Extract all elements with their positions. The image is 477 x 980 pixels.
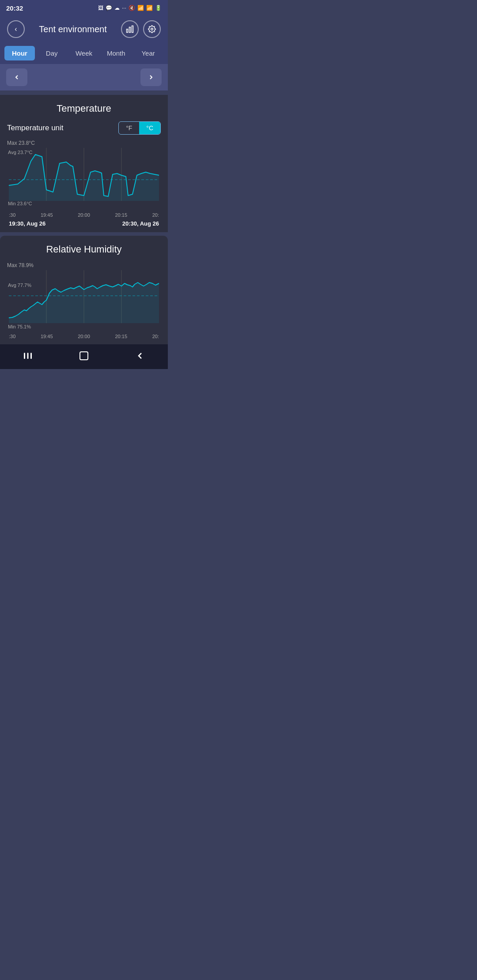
h-time-label-2: 20:00 — [78, 334, 90, 339]
temperature-svg — [7, 148, 161, 210]
tab-hour[interactable]: Hour — [4, 46, 35, 60]
h-time-label-3: 20:15 — [115, 334, 127, 339]
unit-row: Temperature unit °F °C — [7, 121, 161, 135]
time-label-1: 19:45 — [41, 212, 53, 218]
humidity-section: Relative Humidity Max 78.9% Avg 77.7% Mi… — [0, 236, 168, 344]
home-button[interactable] — [70, 348, 98, 366]
svg-rect-15 — [27, 353, 29, 359]
humidity-max-label: Max 78.9% — [7, 262, 161, 268]
temperature-title: Temperature — [7, 103, 161, 114]
unit-f-button[interactable]: °F — [119, 122, 139, 134]
tab-day[interactable]: Day — [37, 46, 67, 60]
whatsapp-icon: 💬 — [106, 5, 112, 11]
page-title: Tent environment — [39, 24, 106, 34]
humidity-avg-label: Avg 77.7% — [8, 283, 31, 288]
status-bar: 20:32 🖼 💬 ☁ ··· 🔇 📶 📶 🔋 — [0, 0, 168, 16]
humidity-chart: Avg 77.7% Min 75.1% :30 19:45 20:00 20:1… — [7, 270, 161, 339]
svg-rect-17 — [80, 352, 88, 360]
time-label-0: :30 — [9, 212, 15, 218]
time-label-2: 20:00 — [78, 212, 90, 218]
time-label-3: 20:15 — [115, 212, 127, 218]
svg-rect-14 — [24, 353, 25, 359]
mute-icon: 🔇 — [129, 5, 135, 11]
h-time-label-1: 19:45 — [41, 334, 53, 339]
svg-rect-1 — [129, 27, 130, 33]
wifi-icon: 📶 — [137, 5, 144, 11]
humidity-svg — [7, 270, 161, 332]
temperature-date-range: 19:30, Aug 26 20:30, Aug 26 — [7, 218, 161, 227]
next-button[interactable] — [140, 68, 162, 86]
svg-rect-16 — [30, 353, 32, 359]
humidity-time-labels: :30 19:45 20:00 20:15 20: — [7, 332, 161, 339]
tab-week[interactable]: Week — [69, 46, 99, 60]
time-label-4: 20: — [152, 212, 159, 218]
settings-button[interactable] — [143, 20, 161, 38]
chart-button[interactable] — [121, 20, 139, 38]
more-icon: ··· — [122, 5, 126, 11]
humidity-min-label: Min 75.1% — [8, 324, 31, 329]
prev-button[interactable] — [6, 68, 27, 86]
unit-label: Temperature unit — [7, 124, 64, 132]
back-button[interactable]: ‹ — [7, 20, 25, 38]
back-nav-button[interactable] — [126, 348, 154, 366]
temp-avg-label: Avg 23.7°C — [8, 150, 33, 155]
temperature-chart: Avg 23.7°C Min 23.6°C :30 19:45 20:00 20… — [7, 148, 161, 227]
tab-bar: Hour Day Week Month Year — [0, 42, 168, 64]
header-actions — [121, 20, 161, 38]
temp-max-label: Max 23.8°C — [7, 140, 161, 146]
status-icons: 🖼 💬 ☁ ··· 🔇 📶 📶 🔋 — [98, 5, 162, 11]
tab-year[interactable]: Year — [133, 46, 163, 60]
bottom-nav — [0, 344, 168, 369]
signal-icon: 📶 — [146, 5, 153, 11]
unit-toggle: °F °C — [118, 121, 161, 135]
header: ‹ Tent environment — [0, 16, 168, 42]
svg-rect-0 — [126, 29, 128, 33]
weather-icon: ☁ — [114, 5, 120, 11]
tab-month[interactable]: Month — [101, 46, 131, 60]
nav-row — [0, 64, 168, 90]
status-time: 20:32 — [6, 4, 23, 12]
date-start-label: 19:30, Aug 26 — [9, 220, 45, 227]
temp-min-label: Min 23.6°C — [8, 201, 32, 206]
unit-c-button[interactable]: °C — [139, 122, 160, 134]
humidity-title: Relative Humidity — [7, 244, 161, 255]
h-time-label-0: :30 — [9, 334, 15, 339]
menu-button[interactable] — [14, 348, 42, 366]
svg-rect-2 — [132, 26, 133, 33]
photo-icon: 🖼 — [98, 5, 103, 11]
svg-point-3 — [151, 28, 153, 30]
h-time-label-4: 20: — [152, 334, 159, 339]
temperature-section: Temperature Temperature unit °F °C Max 2… — [0, 95, 168, 232]
battery-icon: 🔋 — [155, 5, 162, 11]
date-end-label: 20:30, Aug 26 — [122, 220, 159, 227]
temperature-time-labels: :30 19:45 20:00 20:15 20: — [7, 211, 161, 218]
